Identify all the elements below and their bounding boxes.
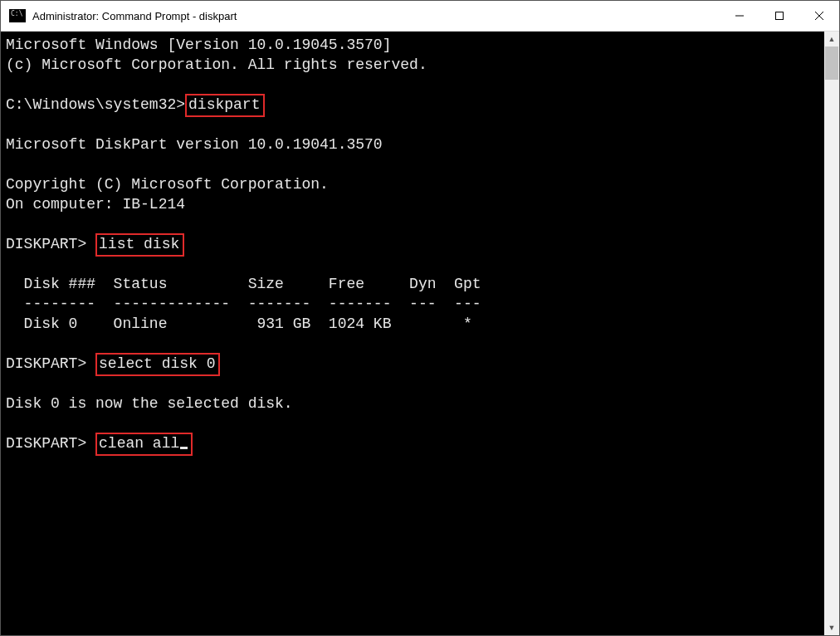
- line-version: Microsoft Windows [Version 10.0.19045.35…: [6, 37, 391, 53]
- prompt-diskpart-3: DISKPART>: [6, 435, 95, 452]
- text-cursor: [180, 447, 188, 449]
- highlight-cmd-clean-all: clean all: [95, 433, 193, 456]
- window-controls: [720, 1, 839, 31]
- maximize-button[interactable]: [759, 1, 799, 31]
- highlight-cmd-select-disk: select disk 0: [95, 353, 220, 376]
- cmd-select-disk: select disk 0: [99, 355, 215, 372]
- line-copyright: (c) Microsoft Corporation. All rights re…: [6, 56, 427, 73]
- cmd-diskpart: diskpart: [188, 96, 260, 113]
- svg-rect-1: [776, 12, 784, 20]
- line-diskpart-version: Microsoft DiskPart version 10.0.19041.35…: [6, 136, 383, 153]
- minimize-button[interactable]: [720, 1, 759, 31]
- scroll-thumb[interactable]: [825, 46, 838, 80]
- window-title: Administrator: Command Prompt - diskpart: [32, 10, 720, 22]
- minimize-icon: [735, 11, 745, 21]
- scroll-up-arrow-icon[interactable]: ▲: [824, 32, 839, 46]
- highlight-cmd-list-disk: list disk: [95, 233, 184, 257]
- command-prompt-window: Administrator: Command Prompt - diskpart…: [0, 0, 840, 636]
- cmd-clean-all: clean all: [99, 435, 179, 452]
- disk-table-header: Disk ### Status Size Free Dyn Gpt: [6, 276, 481, 292]
- highlight-cmd-diskpart: diskpart: [185, 94, 265, 117]
- disk-table-row-0: Disk 0 Online 931 GB 1024 KB *: [6, 316, 472, 332]
- vertical-scrollbar[interactable]: ▲ ▼: [824, 32, 839, 635]
- prompt-diskpart-1: DISKPART>: [6, 236, 95, 252]
- maximize-icon: [774, 11, 784, 21]
- terminal-output[interactable]: Microsoft Windows [Version 10.0.19045.35…: [1, 32, 824, 635]
- disk-table-divider: -------- ------------- ------- ------- -…: [6, 296, 481, 312]
- close-button[interactable]: [799, 1, 839, 31]
- line-diskpart-computer: On computer: IB-L214: [6, 196, 185, 213]
- terminal-area: Microsoft Windows [Version 10.0.19045.35…: [1, 32, 839, 635]
- line-diskpart-copyright: Copyright (C) Microsoft Corporation.: [6, 176, 329, 193]
- prompt-diskpart-2: DISKPART>: [6, 355, 95, 372]
- close-icon: [814, 11, 824, 21]
- cmd-icon: [9, 9, 26, 22]
- scroll-down-arrow-icon[interactable]: ▼: [824, 620, 839, 635]
- line-disk-selected: Disk 0 is now the selected disk.: [6, 395, 293, 412]
- titlebar[interactable]: Administrator: Command Prompt - diskpart: [1, 1, 839, 32]
- cmd-list-disk: list disk: [99, 236, 179, 252]
- prompt-system32: C:\Windows\system32>: [6, 96, 185, 113]
